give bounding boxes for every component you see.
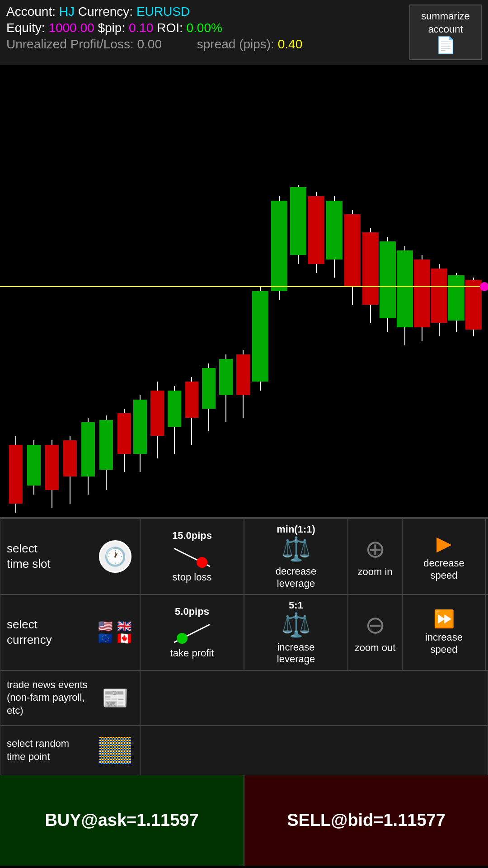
- select-currency-button[interactable]: select currency 🇺🇸 🇬🇧 🇪🇺 🇨🇦: [0, 594, 140, 670]
- take-profit-value: 5.0pips: [175, 606, 209, 618]
- svg-rect-19: [168, 391, 181, 427]
- stop-cell[interactable]: [486, 519, 488, 594]
- zoom-in-icon: ⊕: [365, 535, 385, 563]
- svg-rect-37: [326, 201, 343, 259]
- svg-rect-21: [185, 382, 198, 418]
- unrealized-label: Unrealized Profit/Loss:: [6, 37, 134, 51]
- trade-news-label: trade news events (non-farm payroll, etc…: [7, 679, 97, 717]
- svg-rect-29: [252, 291, 268, 382]
- zoom-in-cell[interactable]: ⊕ zoom in: [348, 519, 402, 594]
- pip-value: 0.10: [129, 21, 154, 35]
- svg-rect-15: [133, 400, 147, 454]
- stop-loss-label: stop loss: [173, 571, 212, 583]
- balance-increase-icon: ⚖️: [282, 611, 311, 639]
- spread-value: 0.40: [278, 37, 303, 51]
- take-profit-cell[interactable]: 5.0pips take profit: [140, 594, 244, 670]
- candlestick-chart: [0, 65, 488, 517]
- svg-rect-23: [202, 368, 216, 409]
- stop-loss-value: 15.0pips: [172, 530, 212, 542]
- currency-flags-icon: 🇺🇸 🇬🇧 🇪🇺 🇨🇦: [97, 617, 133, 648]
- svg-rect-45: [397, 250, 413, 327]
- decrease-leverage-ratio: min(1:1): [277, 524, 315, 535]
- svg-rect-35: [308, 196, 324, 264]
- roi-value: 0.00%: [187, 21, 222, 35]
- currency-value: EURUSD: [136, 5, 190, 19]
- trade-bar: BUY@ask=1.11597 SELL@bid=1.11577: [0, 775, 488, 866]
- take-profit-icon: [169, 618, 215, 645]
- decrease-speed-cell[interactable]: ▶ decrease speed: [402, 519, 486, 594]
- controls-panel: select time slot 🕐 15.0pips stop loss mi…: [0, 517, 488, 775]
- play-pause-cell[interactable]: play/pause: [486, 594, 488, 670]
- equity-label: Equity:: [6, 21, 45, 35]
- svg-rect-1: [9, 445, 23, 504]
- svg-rect-31: [271, 201, 287, 291]
- svg-rect-53: [465, 280, 482, 330]
- increase-speed-label: increase speed: [425, 632, 463, 656]
- pip-label: $pip:: [98, 21, 125, 35]
- roi-label: ROI:: [157, 21, 183, 35]
- increase-leverage-ratio: 5:1: [289, 599, 303, 611]
- currency-label: Currency:: [78, 5, 133, 19]
- zoom-out-label: zoom out: [355, 642, 396, 654]
- zoom-out-cell[interactable]: ⊖ zoom out: [348, 594, 402, 670]
- unrealized-value: 0.00: [137, 37, 162, 51]
- account-name: HJ: [59, 5, 75, 19]
- equity-value: 1000.00: [48, 21, 94, 35]
- svg-rect-9: [81, 422, 95, 476]
- svg-rect-13: [117, 413, 131, 454]
- buy-button[interactable]: BUY@ask=1.11597: [0, 775, 244, 866]
- svg-point-59: [177, 633, 188, 644]
- zoom-out-icon: ⊖: [365, 611, 385, 639]
- select-time-slot-button[interactable]: select time slot 🕐: [0, 519, 140, 594]
- svg-rect-5: [45, 445, 59, 490]
- increase-leverage-cell[interactable]: 5:1 ⚖️ increase leverage: [244, 594, 348, 670]
- zoom-in-label: zoom in: [357, 566, 392, 578]
- svg-rect-47: [414, 259, 430, 327]
- balance-decrease-icon: ⚖️: [282, 535, 311, 563]
- increase-leverage-label: increase leverage: [277, 642, 315, 665]
- header: Account: HJ Currency: EURUSD Equity: 100…: [0, 0, 488, 65]
- buy-label: BUY@ask=1.11597: [45, 811, 198, 830]
- increase-speed-cell[interactable]: ⏩ increase speed: [402, 594, 486, 670]
- header-info: Account: HJ Currency: EURUSD Equity: 100…: [6, 5, 409, 52]
- svg-rect-7: [63, 440, 77, 476]
- stop-loss-cell[interactable]: 15.0pips stop loss: [140, 519, 244, 594]
- trade-news-button[interactable]: trade news events (non-farm payroll, etc…: [0, 671, 140, 725]
- document-icon: 📄: [436, 36, 456, 55]
- news-icon: 📰: [97, 682, 133, 714]
- svg-rect-33: [290, 187, 306, 255]
- sell-label: SELL@bid=1.11577: [287, 811, 446, 830]
- svg-rect-43: [380, 241, 396, 318]
- take-profit-label: take profit: [170, 647, 214, 659]
- svg-rect-27: [236, 354, 250, 395]
- stop-loss-icon: [169, 542, 215, 569]
- svg-rect-17: [150, 391, 164, 436]
- svg-rect-25: [219, 359, 233, 395]
- random-icon: [97, 735, 133, 766]
- decrease-leverage-label: decrease leverage: [276, 566, 317, 590]
- summarize-label: summarize account: [418, 10, 474, 36]
- clock-icon: 🕐: [97, 541, 133, 572]
- svg-rect-39: [344, 214, 361, 287]
- select-currency-label: select currency: [7, 617, 97, 648]
- svg-point-57: [197, 557, 207, 568]
- summarize-button[interactable]: summarize account 📄: [409, 5, 482, 60]
- decrease-leverage-cell[interactable]: min(1:1) ⚖️ decrease leverage: [244, 519, 348, 594]
- select-time-slot-label: select time slot: [7, 541, 97, 572]
- speed-fast-icon: ⏩: [433, 609, 455, 629]
- spread-label: spread (pips):: [197, 37, 274, 51]
- svg-rect-49: [431, 269, 447, 323]
- svg-rect-3: [27, 445, 41, 486]
- svg-rect-41: [362, 232, 379, 305]
- select-random-button[interactable]: select random time point: [0, 726, 140, 775]
- speed-slow-icon: ▶: [436, 532, 452, 555]
- svg-rect-11: [99, 420, 113, 470]
- select-random-label: select random time point: [7, 737, 97, 763]
- sell-button[interactable]: SELL@bid=1.11577: [244, 775, 488, 866]
- chart-area[interactable]: [0, 65, 488, 517]
- decrease-speed-label: decrease speed: [423, 557, 465, 581]
- account-label: Account:: [6, 5, 56, 19]
- svg-rect-51: [448, 275, 465, 321]
